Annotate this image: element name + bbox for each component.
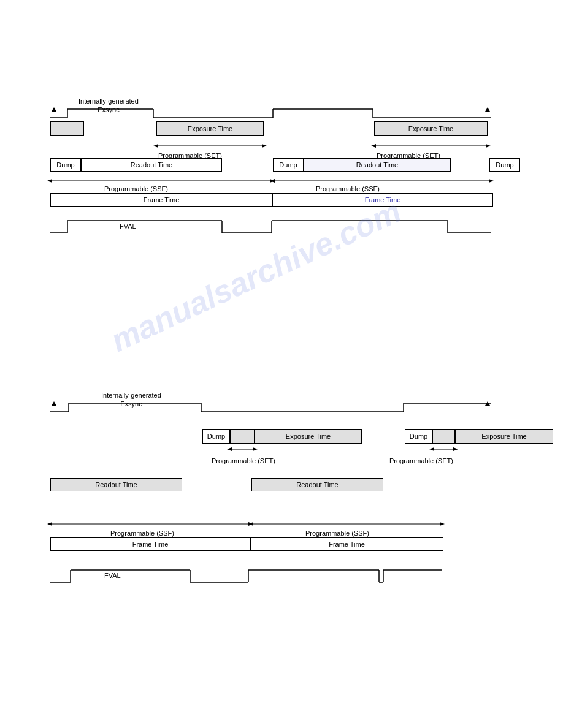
svg-marker-16	[486, 144, 491, 148]
diagram2-smallbox1	[230, 429, 255, 444]
prog-ssf1-label1: Programmable (SSF)	[104, 185, 168, 192]
diagram1-small-box	[50, 121, 84, 136]
diagram2-readout-box2: Readout Time	[251, 478, 383, 491]
svg-marker-43	[253, 447, 258, 451]
prog-ssf2-label2: Programmable (SSF)	[305, 529, 369, 537]
diagram1-fval-label: FVAL	[120, 222, 136, 230]
diagram2-dump-box1: Dump	[202, 429, 230, 444]
timing-diagram-container: Internally-generated Exsync Exposure Tim…	[0, 0, 563, 728]
diagram2-frame-box2: Frame Time	[250, 537, 443, 551]
diagram1-dump-box3: Dump	[489, 158, 520, 172]
svg-marker-22	[489, 179, 494, 183]
svg-marker-52	[440, 522, 445, 526]
diagram2-frame-box1: Frame Time	[50, 537, 250, 551]
diagram2-smallbox2	[432, 429, 455, 444]
svg-marker-42	[227, 447, 232, 451]
diagram2-readout-box1: Readout Time	[50, 478, 182, 491]
diagram1-dump-box1: Dump	[50, 158, 81, 172]
svg-marker-13	[262, 144, 267, 148]
svg-marker-48	[47, 522, 52, 526]
prog-set2-label2: Programmable (SET)	[389, 457, 453, 464]
prog-ssf2-label1: Programmable (SSF)	[110, 529, 174, 537]
prog-ssf1-label2: Programmable (SSF)	[316, 185, 380, 192]
diagram1-frame-box2: Frame Time	[272, 193, 493, 207]
svg-marker-12	[153, 144, 158, 148]
svg-marker-15	[371, 144, 376, 148]
exsync2-label: Internally-generated Exsync	[101, 391, 161, 409]
diagram2-fval-label: FVAL	[104, 572, 121, 579]
diagram1-exposure-box1: Exposure Time	[156, 121, 264, 136]
diagram1-exposure-box2: Exposure Time	[374, 121, 488, 136]
svg-marker-1	[52, 107, 56, 112]
diagram1-frame-box1: Frame Time	[50, 193, 272, 207]
svg-marker-46	[453, 447, 458, 451]
diagram1-dump-box2: Dump	[273, 158, 304, 172]
prog-set2-label1: Programmable (SET)	[212, 457, 275, 464]
svg-marker-45	[429, 447, 434, 451]
diagram1-readout-box2: Readout Time	[304, 158, 451, 172]
diagram2-exposure-box1: Exposure Time	[255, 429, 362, 444]
exsync1-label: Internally-generated Exsync	[79, 97, 139, 115]
diagram1-readout-box1: Readout Time	[81, 158, 222, 172]
diagram2-dump-box2: Dump	[405, 429, 432, 444]
svg-marker-18	[47, 179, 52, 183]
svg-marker-10	[485, 107, 490, 112]
diagram2-exposure-box2: Exposure Time	[455, 429, 553, 444]
svg-marker-33	[52, 401, 56, 406]
